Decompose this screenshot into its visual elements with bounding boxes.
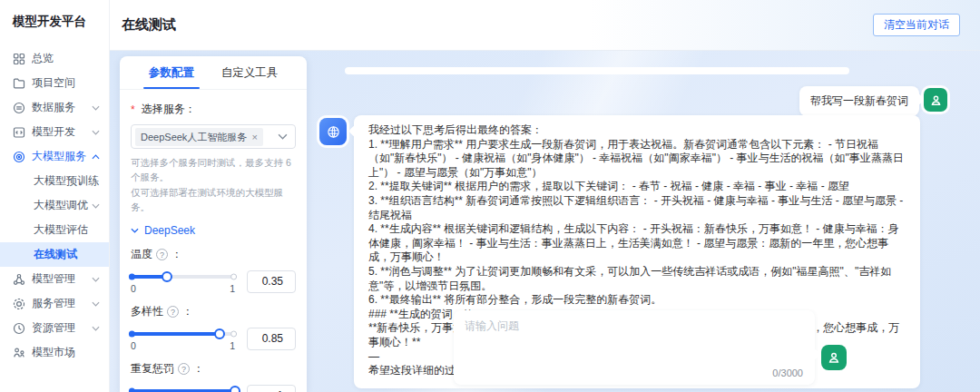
sidebar-item-label: 项目空间 bbox=[32, 75, 100, 91]
target-icon bbox=[13, 151, 25, 163]
service-help-text: 可选择多个服务同时测试，最多支持 6 个服务。 仅可选择部署在测试环境的大模型服… bbox=[131, 155, 296, 214]
sidebar-nav: 总览 项目空间 数据服务 模型开发 bbox=[0, 46, 109, 365]
assistant-avatar bbox=[319, 118, 347, 145]
sidebar-item-model-market[interactable]: 模型市场 bbox=[0, 340, 109, 365]
char-counter: 0/3000 bbox=[772, 368, 803, 378]
remove-tag-icon[interactable]: × bbox=[251, 128, 257, 146]
chevron-down-icon bbox=[131, 228, 139, 233]
panel-body: * 选择服务： DeepSeek人工智能服务 × 可选择多个服务同时测试，最多支… bbox=[120, 90, 307, 392]
slider-thumb[interactable] bbox=[230, 386, 240, 392]
chevron-down-icon bbox=[92, 326, 100, 331]
slider-end-dot bbox=[230, 331, 237, 338]
sidebar-item-label: 模型市场 bbox=[32, 345, 100, 360]
sidebar-item-label: 资源管理 bbox=[32, 320, 92, 336]
slider-track[interactable] bbox=[131, 275, 235, 279]
folder-icon bbox=[13, 77, 25, 90]
chevron-up-icon bbox=[92, 154, 100, 160]
slider-max: 1 bbox=[230, 283, 235, 294]
slider-track[interactable] bbox=[131, 332, 235, 336]
repetition-penalty-input[interactable]: 1 bbox=[247, 385, 296, 392]
help-icon[interactable]: ? bbox=[167, 306, 179, 318]
service-select-label: * 选择服务： bbox=[131, 102, 296, 117]
chevron-down-icon bbox=[278, 133, 288, 140]
chat-input[interactable] bbox=[454, 310, 815, 361]
service-select[interactable]: DeepSeek人工智能服务 × bbox=[131, 124, 296, 149]
temperature-slider[interactable]: 0 1 bbox=[131, 270, 235, 294]
sidebar-item-model-dev[interactable]: 模型开发 bbox=[0, 120, 109, 144]
user-message-text: 帮我写一段新春贺词 bbox=[810, 94, 908, 107]
person-icon bbox=[827, 350, 841, 365]
sidebar-item-data-services[interactable]: 数据服务 bbox=[0, 95, 109, 120]
sidebar: 模型开发平台 总览 项目空间 数据服务 bbox=[0, 0, 110, 392]
app-title: 模型开发平台 bbox=[0, 0, 109, 39]
slider-min: 0 bbox=[131, 340, 136, 351]
clear-conversation-button[interactable]: 清空当前对话 bbox=[873, 14, 960, 36]
sidebar-item-label: 模型管理 bbox=[32, 271, 92, 287]
temperature-row: 0 1 0.35 bbox=[131, 270, 296, 294]
sidebar-item-online-test[interactable]: 在线测试 bbox=[0, 242, 109, 267]
tab-parameter-config[interactable]: 参数配置 bbox=[149, 56, 194, 89]
chevron-down-icon bbox=[92, 203, 100, 209]
panel-tabs: 参数配置 自定义工具 bbox=[120, 56, 307, 90]
temperature-label: 温度 ? ： bbox=[131, 247, 296, 262]
sidebar-item-overview[interactable]: 总览 bbox=[0, 46, 109, 71]
sidebar-item-label: 模型开发 bbox=[32, 124, 92, 140]
sidebar-item-llm-pretrain[interactable]: 大模型预训练 bbox=[0, 169, 109, 193]
parameter-panel: 参数配置 自定义工具 * 选择服务： DeepSeek人工智能服务 × 可选择多… bbox=[120, 56, 307, 392]
repetition-penalty-slider[interactable]: 0 1 bbox=[131, 385, 235, 392]
market-icon bbox=[13, 347, 25, 359]
deepseek-collapse-header[interactable]: DeepSeek bbox=[131, 224, 296, 237]
grid-icon bbox=[13, 53, 25, 65]
diversity-input[interactable]: 0.85 bbox=[247, 328, 296, 350]
slider-thumb[interactable] bbox=[162, 271, 172, 282]
sidebar-item-service-mgmt[interactable]: 服务管理 bbox=[0, 291, 109, 316]
sidebar-item-project-space[interactable]: 项目空间 bbox=[0, 71, 109, 95]
nodes-icon bbox=[13, 273, 25, 286]
tab-custom-tools[interactable]: 自定义工具 bbox=[221, 56, 279, 89]
repetition-penalty-label: 重复惩罚 ? ： bbox=[131, 361, 296, 377]
sidebar-item-label: 服务管理 bbox=[32, 296, 92, 311]
page-title: 在线测试 bbox=[122, 16, 176, 34]
sidebar-item-label: 在线测试 bbox=[34, 247, 100, 262]
person-icon bbox=[929, 93, 943, 107]
slider-min: 0 bbox=[131, 283, 136, 294]
temperature-input[interactable]: 0.35 bbox=[247, 270, 296, 293]
sidebar-item-label: 数据服务 bbox=[32, 100, 92, 115]
sidebar-item-llm-eval[interactable]: 大模型评估 bbox=[0, 218, 109, 242]
slider-thumb[interactable] bbox=[214, 328, 225, 339]
chevron-down-icon bbox=[92, 301, 100, 307]
user-message-bubble: 帮我写一段新春贺词 bbox=[799, 86, 919, 116]
help-icon[interactable]: ? bbox=[156, 249, 168, 260]
repetition-penalty-row: 0 1 1 bbox=[131, 385, 296, 392]
slider-start-dot bbox=[129, 331, 135, 338]
sidebar-item-label: 大模型服务 bbox=[32, 149, 92, 164]
sidebar-item-resource-mgmt[interactable]: 资源管理 bbox=[0, 316, 109, 340]
sidebar-item-label: 大模型预训练 bbox=[34, 173, 100, 189]
sidebar-item-llm-services[interactable]: 大模型服务 bbox=[0, 144, 109, 169]
slider-fill bbox=[131, 332, 220, 336]
slider-start-dot bbox=[129, 388, 135, 392]
chevron-down-icon bbox=[92, 130, 100, 135]
slider-start-dot bbox=[129, 274, 135, 280]
ai-logo-icon bbox=[326, 124, 341, 140]
code-icon bbox=[13, 126, 25, 139]
slider-max: 1 bbox=[230, 340, 235, 351]
page-header: 在线测试 清空当前对话 bbox=[110, 0, 980, 51]
gear-icon bbox=[13, 298, 25, 310]
diversity-slider[interactable]: 0 1 bbox=[131, 328, 235, 351]
user-avatar bbox=[924, 88, 947, 112]
resource-icon bbox=[13, 322, 25, 335]
chevron-down-icon bbox=[92, 105, 100, 111]
help-icon[interactable]: ? bbox=[178, 363, 190, 375]
send-user-avatar[interactable] bbox=[821, 345, 847, 370]
sidebar-item-label: 总览 bbox=[32, 51, 100, 66]
sidebar-item-label: 大模型调优 bbox=[34, 198, 92, 213]
database-icon bbox=[13, 102, 25, 114]
chevron-down-icon bbox=[92, 277, 100, 282]
sidebar-item-llm-tuning[interactable]: 大模型调优 bbox=[0, 193, 109, 218]
sidebar-item-label: 大模型评估 bbox=[34, 222, 100, 238]
content-area: 参数配置 自定义工具 * 选择服务： DeepSeek人工智能服务 × 可选择多… bbox=[110, 51, 980, 392]
slider-end-dot bbox=[230, 274, 237, 280]
sidebar-item-model-mgmt[interactable]: 模型管理 bbox=[0, 267, 109, 291]
diversity-label: 多样性 ? ： bbox=[131, 304, 296, 319]
